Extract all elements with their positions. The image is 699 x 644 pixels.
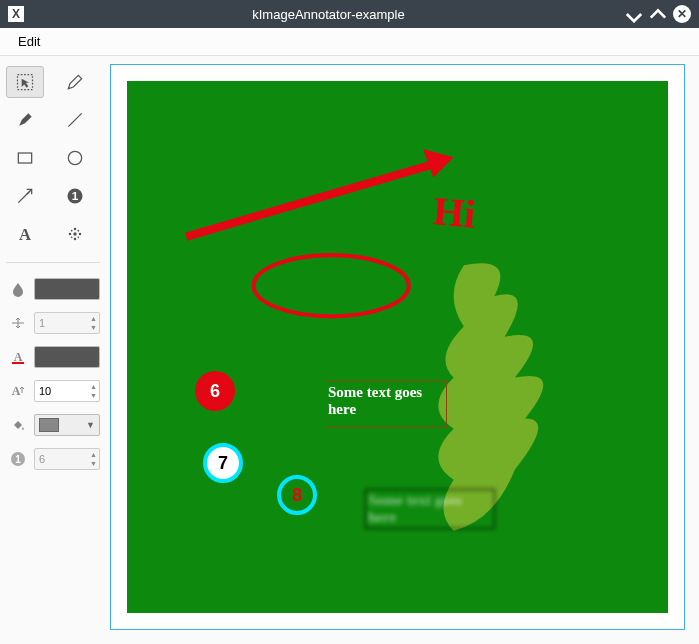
svg-point-11 [74, 228, 77, 231]
text-color-icon: A [6, 345, 30, 369]
text-annotation-1[interactable]: Some text goes here [325, 381, 447, 427]
text-tool[interactable]: A [6, 218, 44, 250]
menubar: Edit [0, 28, 699, 56]
line-tool[interactable] [56, 104, 94, 136]
window-title: kImageAnnotator-example [32, 7, 625, 22]
menu-edit[interactable]: Edit [10, 30, 48, 53]
font-size-spinbox[interactable]: 10▲▼ [34, 380, 100, 402]
tool-sidebar: 1 A 1▲▼ A A 10▲▼ ▼ 1 6▲▼ [0, 56, 106, 644]
fill-dropdown[interactable]: ▼ [34, 414, 100, 436]
maximize-button[interactable] [649, 5, 667, 23]
svg-text:A: A [12, 384, 21, 398]
number-tool[interactable]: 1 [56, 180, 94, 212]
opacity-property [6, 275, 100, 303]
svg-text:1: 1 [72, 189, 79, 202]
spin-up-icon[interactable]: ▲ [90, 314, 97, 323]
svg-rect-19 [12, 362, 24, 364]
number-annotation-7[interactable]: 7 [203, 443, 243, 483]
svg-point-12 [74, 238, 77, 241]
width-icon [6, 311, 30, 335]
canvas-viewport: Hi 6 7 8 Some text goes here Some text g… [106, 56, 699, 644]
text-annotation-2-blurred[interactable]: Some text goes here [365, 489, 495, 529]
number-seed-icon: 1 [6, 447, 30, 471]
spin-up-icon[interactable]: ▲ [90, 382, 97, 391]
spin-up-icon[interactable]: ▲ [90, 450, 97, 459]
minimize-button[interactable] [625, 5, 643, 23]
width-property: 1▲▼ [6, 309, 100, 337]
text-color-property: A [6, 343, 100, 371]
fill-property: ▼ [6, 411, 100, 439]
opacity-icon [6, 277, 30, 301]
number-annotation-6[interactable]: 6 [195, 371, 235, 411]
svg-point-15 [71, 237, 73, 239]
canvas[interactable]: Hi 6 7 8 Some text goes here Some text g… [127, 81, 668, 613]
app-logo-icon: X [8, 6, 24, 22]
svg-text:A: A [14, 350, 23, 364]
number-seed-spinbox[interactable]: 6▲▼ [34, 448, 100, 470]
number-seed-property: 1 6▲▼ [6, 445, 100, 473]
blur-tool[interactable] [56, 218, 94, 250]
svg-point-25 [254, 255, 409, 316]
svg-point-9 [69, 233, 72, 236]
text-color-swatch[interactable] [34, 346, 100, 368]
svg-point-14 [78, 230, 80, 232]
number-annotation-8[interactable]: 8 [277, 475, 317, 515]
arrow-tool[interactable] [6, 180, 44, 212]
titlebar: X kImageAnnotator-example ✕ [0, 0, 699, 28]
svg-line-1 [68, 113, 81, 126]
font-size-icon: A [6, 379, 30, 403]
svg-point-13 [71, 230, 73, 232]
svg-rect-2 [18, 153, 31, 163]
ellipse-tool[interactable] [56, 142, 94, 174]
spin-down-icon[interactable]: ▼ [90, 391, 97, 400]
pen-tool[interactable] [56, 66, 94, 98]
chevron-down-icon: ▼ [86, 420, 95, 430]
svg-line-23 [186, 161, 443, 237]
marker-tool[interactable] [6, 104, 44, 136]
handwriting-annotation[interactable]: Hi [431, 187, 477, 238]
spin-down-icon[interactable]: ▼ [90, 459, 97, 468]
stroke-color-swatch[interactable] [34, 278, 100, 300]
svg-point-10 [79, 233, 82, 236]
rectangle-tool[interactable] [6, 142, 44, 174]
width-spinbox[interactable]: 1▲▼ [34, 312, 100, 334]
select-tool[interactable] [6, 66, 44, 98]
svg-text:1: 1 [15, 454, 21, 465]
svg-point-16 [78, 237, 80, 239]
fill-icon [6, 413, 30, 437]
svg-text:A: A [19, 225, 31, 244]
close-button[interactable]: ✕ [673, 5, 691, 23]
svg-point-3 [68, 151, 81, 164]
font-size-property: A 10▲▼ [6, 377, 100, 405]
spin-down-icon[interactable]: ▼ [90, 323, 97, 332]
svg-point-8 [73, 232, 76, 235]
